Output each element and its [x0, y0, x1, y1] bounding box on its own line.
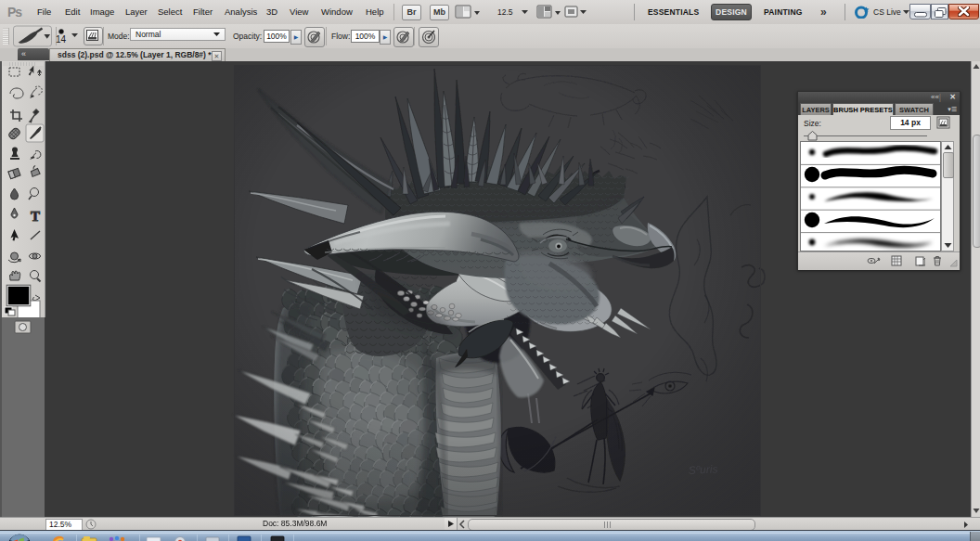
svg-text:T: T [31, 209, 40, 224]
